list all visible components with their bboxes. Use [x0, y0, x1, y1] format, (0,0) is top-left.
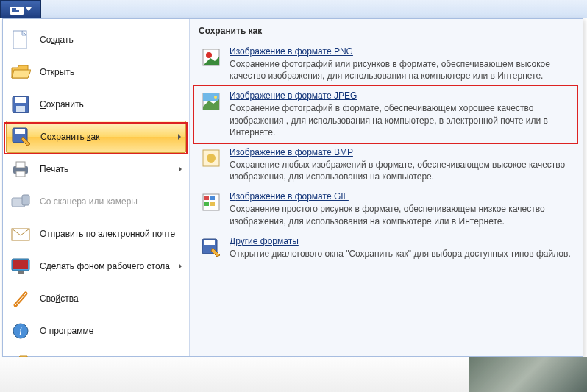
- menu-item-props[interactable]: Свойства: [6, 282, 186, 315]
- svg-rect-31: [204, 202, 209, 206]
- jpeg-format-icon: [200, 90, 222, 113]
- svg-rect-11: [16, 162, 25, 168]
- saveas-icon: [11, 126, 32, 147]
- file-menu-list: СоздатьОткрытьСохранитьСохранить какПеча…: [3, 19, 190, 356]
- chevron-down-icon: [26, 7, 32, 12]
- format-description: Сохранение фотографий или рисунков в фор…: [230, 58, 572, 82]
- about-icon: i: [10, 321, 31, 341]
- format-title: Другие форматы: [230, 236, 299, 246]
- save-icon: [10, 94, 31, 115]
- menu-item-label: Свойства: [40, 293, 182, 304]
- svg-rect-14: [22, 195, 29, 205]
- svg-rect-1: [10, 4, 24, 7]
- svg-rect-32: [210, 202, 215, 206]
- menu-item-label: Сохранить: [40, 99, 182, 110]
- svg-rect-30: [210, 196, 215, 200]
- svg-rect-9: [15, 129, 25, 134]
- menu-item-print[interactable]: Печать: [6, 153, 186, 185]
- menu-item-label: О программе: [40, 326, 182, 336]
- svg-rect-6: [15, 97, 26, 103]
- svg-rect-17: [13, 260, 28, 269]
- menu-item-label: Печать: [40, 164, 170, 174]
- file-menu-dropdown: СоздатьОткрытьСохранитьСохранить какПеча…: [2, 18, 583, 357]
- wallpaper-icon: [10, 256, 31, 277]
- format-option-bmp[interactable]: Изображение в формате BMPСохранение любы…: [197, 143, 575, 187]
- format-title: Изображение в формате JPEG: [230, 90, 357, 101]
- svg-rect-12: [16, 171, 25, 177]
- submenu-header: Сохранить как: [197, 24, 575, 42]
- svg-point-27: [207, 154, 216, 163]
- menu-item-new[interactable]: Создать: [6, 24, 186, 56]
- format-title: Изображение в формате PNG: [230, 46, 353, 57]
- menu-item-open[interactable]: Открыть: [6, 56, 186, 88]
- menu-item-label: Сделать фоном рабочего стола: [40, 261, 170, 271]
- menu-item-email[interactable]: Отправить по электронной почте: [6, 218, 186, 250]
- open-icon: [10, 62, 31, 82]
- svg-rect-3: [12, 10, 19, 12]
- props-icon: [10, 288, 31, 309]
- submenu-arrow-icon: [178, 134, 181, 140]
- new-icon: [10, 29, 31, 50]
- format-title: Изображение в формате BMP: [230, 147, 353, 157]
- format-description: Сохранение фотографий в формате, обеспеч…: [230, 102, 572, 138]
- menu-item-about[interactable]: iО программе: [6, 315, 186, 347]
- menu-item-label: Создать: [40, 35, 182, 45]
- other-format-icon: [200, 236, 222, 258]
- canvas-preview-fragment: [469, 357, 587, 392]
- format-description: Сохранение простого рисунок в формате, о…: [230, 203, 572, 227]
- saveas-submenu-panel: Сохранить как Изображение в формате PNGС…: [190, 19, 583, 356]
- gif-format-icon: [200, 191, 222, 213]
- file-menu-icon: [10, 4, 24, 15]
- menu-item-save[interactable]: Сохранить: [6, 88, 186, 121]
- svg-point-22: [206, 52, 212, 58]
- svg-rect-2: [12, 8, 16, 10]
- submenu-arrow-icon: [179, 166, 182, 172]
- format-description: Открытие диалогового окна "Сохранить как…: [230, 248, 572, 260]
- svg-text:i: i: [19, 326, 22, 337]
- menu-item-label: Сохранить как: [40, 132, 169, 142]
- format-description: Сохранение любых изображений в формате, …: [230, 159, 572, 182]
- menu-item-saveas[interactable]: Сохранить как: [6, 121, 186, 153]
- menu-item-label: Отправить по электронной почте: [40, 229, 182, 239]
- menu-item-label: Со сканера или камеры: [40, 196, 182, 207]
- svg-rect-18: [18, 271, 24, 274]
- format-option-other[interactable]: Другие форматыОткрытие диалогового окна …: [197, 232, 575, 264]
- ribbon-bar: [0, 0, 587, 18]
- submenu-arrow-icon: [179, 263, 182, 269]
- menu-item-scanner: Со сканера или камеры: [6, 185, 186, 218]
- svg-rect-34: [204, 240, 215, 245]
- svg-rect-29: [204, 196, 209, 200]
- print-icon: [10, 159, 31, 179]
- format-option-gif[interactable]: Изображение в формате GIFСохранение прос…: [197, 187, 575, 231]
- format-option-jpeg[interactable]: Изображение в формате JPEGСохранение фот…: [197, 86, 575, 143]
- email-icon: [10, 224, 31, 244]
- format-option-png[interactable]: Изображение в формате PNGСохранение фото…: [197, 42, 575, 86]
- menu-item-label: Открыть: [40, 67, 182, 77]
- scanner-icon: [10, 191, 31, 212]
- file-menu-button[interactable]: [0, 0, 41, 18]
- menu-item-wallpaper[interactable]: Сделать фоном рабочего стола: [6, 250, 186, 282]
- svg-rect-7: [16, 106, 25, 112]
- format-title: Изображение в формате GIF: [230, 191, 349, 202]
- svg-point-25: [214, 96, 217, 99]
- bmp-format-icon: [200, 147, 222, 169]
- png-format-icon: [200, 46, 222, 68]
